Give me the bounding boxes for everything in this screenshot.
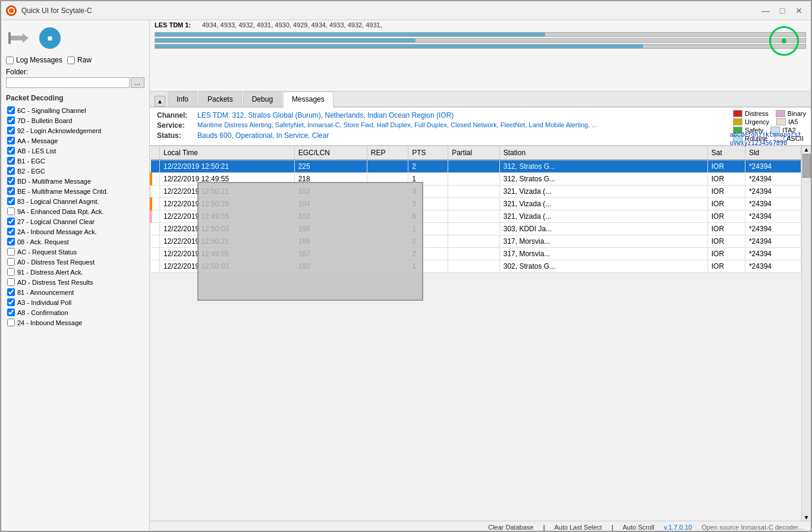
packet-item-91[interactable]: 91 - Distress Alert Ack. bbox=[6, 267, 144, 276]
packet-checkbox-b2[interactable] bbox=[7, 167, 15, 175]
log-messages-checkbox[interactable]: Log Messages bbox=[6, 56, 62, 64]
packet-checkbox-24[interactable] bbox=[7, 319, 15, 326]
packet-label-24: 24 - Inbound Message bbox=[17, 319, 82, 326]
packet-item-7d[interactable]: 7D - Bulletin Board bbox=[6, 116, 144, 125]
packet-checkbox-2a[interactable] bbox=[7, 228, 15, 235]
col-station[interactable]: Station bbox=[499, 146, 707, 160]
minimize-button[interactable]: — bbox=[759, 5, 773, 17]
packet-item-24[interactable]: 24 - Inbound Message bbox=[6, 318, 144, 327]
close-button[interactable]: ✕ bbox=[792, 5, 806, 17]
packet-checkbox-a0[interactable] bbox=[7, 258, 15, 266]
packet-checkbox-a8[interactable] bbox=[7, 309, 15, 316]
tabs-bar: ▲ Info Packets Debug Messages bbox=[150, 92, 811, 108]
packet-checkbox-7d[interactable] bbox=[7, 117, 15, 124]
row-cell-8: *24394 bbox=[745, 185, 801, 198]
packet-item-b1[interactable]: B1 - EGC bbox=[6, 156, 144, 165]
packet-checkbox-9a[interactable] bbox=[7, 207, 15, 215]
row-cell-6: 317, Morsvia... bbox=[499, 235, 707, 248]
tab-scroll-up[interactable]: ▲ bbox=[155, 96, 165, 106]
packet-checkbox-be[interactable] bbox=[7, 187, 15, 195]
stop-icon bbox=[39, 27, 61, 49]
packet-checkbox-ad[interactable] bbox=[7, 278, 15, 286]
raw-input[interactable] bbox=[67, 56, 75, 64]
packet-item-be[interactable]: BE - Multiframe Message Cntd. bbox=[6, 187, 144, 196]
packet-item-ac[interactable]: AC - Request Status bbox=[6, 247, 144, 256]
packet-checkbox-aa[interactable] bbox=[7, 137, 15, 144]
packet-item-83[interactable]: 83 - Logical Channel Asgmt. bbox=[6, 197, 144, 206]
tab-info[interactable]: Info bbox=[168, 92, 197, 106]
packet-checkbox-ac[interactable] bbox=[7, 248, 15, 256]
packet-item-92[interactable]: 92 - Login Acknowledgement bbox=[6, 126, 144, 135]
folder-browse-button[interactable]: ... bbox=[131, 77, 144, 88]
forward-button[interactable] bbox=[6, 25, 32, 51]
folder-input[interactable] bbox=[6, 77, 130, 88]
packet-checkbox-b1[interactable] bbox=[7, 157, 15, 165]
legend-binary-label: Binary bbox=[788, 110, 806, 117]
packet-checkbox-92[interactable] bbox=[7, 127, 15, 134]
maximize-button[interactable]: □ bbox=[775, 5, 789, 17]
packet-item-81[interactable]: 81 - Announcement bbox=[6, 288, 144, 297]
table-container[interactable]: Local Time EGC/LCN REP PTS Partial Stati… bbox=[150, 146, 801, 521]
packet-item-ab[interactable]: AB - LES List bbox=[6, 146, 144, 155]
row-cell-5 bbox=[448, 223, 500, 235]
packet-checkbox-83[interactable] bbox=[7, 197, 15, 205]
tab-messages[interactable]: Messages bbox=[283, 92, 333, 108]
toolbar-area bbox=[6, 25, 144, 51]
packet-label-ab: AB - LES List bbox=[17, 147, 56, 155]
packet-checkbox-ab[interactable] bbox=[7, 147, 15, 155]
packet-item-9a[interactable]: 9A - Enhanced Data Rpt. Ack. bbox=[6, 207, 144, 216]
row-cell-7: IOR bbox=[707, 198, 745, 210]
row-marker-cell bbox=[151, 223, 160, 235]
scrollbar-thumb[interactable] bbox=[802, 154, 811, 178]
col-egc-lcn[interactable]: EGC/LCN bbox=[294, 146, 367, 160]
auto-scroll-button[interactable]: Auto Scroll bbox=[622, 524, 654, 531]
col-sld[interactable]: Sld bbox=[745, 146, 801, 160]
packet-item-a8[interactable]: A8 - Confirmation bbox=[6, 308, 144, 317]
scroll-up-arrow[interactable]: ▲ bbox=[802, 146, 811, 153]
table-row[interactable]: 12/22/2019 12:50:212252312, Stratos G...… bbox=[151, 160, 801, 173]
raw-checkbox[interactable]: Raw bbox=[67, 56, 92, 64]
packet-checkbox-08[interactable] bbox=[7, 238, 15, 245]
row-cell-7: IOR bbox=[707, 260, 745, 273]
col-rep[interactable]: REP bbox=[367, 146, 408, 160]
packet-item-bd[interactable]: BD - Multiframe Message bbox=[6, 177, 144, 185]
stop-button[interactable] bbox=[37, 25, 63, 51]
packet-item-08[interactable]: 08 - Ack. Request bbox=[6, 237, 144, 246]
packet-checkbox-27[interactable] bbox=[7, 218, 15, 225]
packet-item-ad[interactable]: AD - Distress Test Results bbox=[6, 278, 144, 287]
col-sat[interactable]: Sat bbox=[707, 146, 745, 160]
packet-label-9a: 9A - Enhanced Data Rpt. Ack. bbox=[17, 208, 104, 215]
col-partial[interactable]: Partial bbox=[448, 146, 500, 160]
packet-checkbox-bd[interactable] bbox=[7, 177, 15, 185]
packet-item-6c[interactable]: 6C - Signalling Channel bbox=[6, 106, 144, 115]
col-pts[interactable]: PTS bbox=[408, 146, 448, 160]
status-value: Bauds 600, Operational, In Service, Clea… bbox=[197, 131, 329, 140]
packet-item-2a[interactable]: 2A - Inbound Message Ack. bbox=[6, 227, 144, 236]
window-title: Quick UI for Scytale-C bbox=[21, 7, 92, 15]
tab-debug[interactable]: Debug bbox=[243, 92, 282, 106]
open-source-text: Open source Inmarsat-C decoder... bbox=[701, 524, 804, 531]
scrollbar-vertical[interactable]: ▲ ▼ bbox=[801, 146, 811, 521]
packet-item-a0[interactable]: A0 - Distress Test Request bbox=[6, 257, 144, 266]
sidebar: Log Messages Raw Folder: ... Packet Deco… bbox=[1, 20, 150, 532]
svg-rect-2 bbox=[8, 32, 11, 44]
auto-last-select-button[interactable]: Auto Last Select bbox=[555, 524, 602, 531]
col-local-time[interactable]: Local Time bbox=[160, 146, 295, 160]
tab-packets[interactable]: Packets bbox=[199, 92, 242, 106]
packet-item-b2[interactable]: B2 - EGC bbox=[6, 166, 144, 175]
packet-checkbox-81[interactable] bbox=[7, 288, 15, 296]
ticker-value: 4934, 4933, 4932, 4931, 4930, 4929, 4934… bbox=[202, 21, 382, 29]
row-marker-cell bbox=[151, 210, 160, 223]
scroll-down-arrow[interactable]: ▼ bbox=[802, 514, 811, 521]
packet-checkbox-6c[interactable] bbox=[7, 106, 15, 114]
clear-database-button[interactable]: Clear Database bbox=[488, 524, 533, 531]
packet-item-aa[interactable]: AA - Message bbox=[6, 136, 144, 145]
packet-item-a3[interactable]: A3 - Individual Poll bbox=[6, 298, 144, 307]
packet-label-b2: B2 - EGC bbox=[17, 168, 45, 175]
packet-checkbox-a3[interactable] bbox=[7, 298, 15, 306]
popup-overlay bbox=[197, 182, 423, 301]
packet-item-27[interactable]: 27 - Logical Channel Clear bbox=[6, 217, 144, 226]
packet-checkbox-91[interactable] bbox=[7, 268, 15, 276]
row-cell-1: 12/22/2019 12:50:21 bbox=[160, 160, 295, 173]
log-messages-input[interactable] bbox=[6, 56, 14, 64]
